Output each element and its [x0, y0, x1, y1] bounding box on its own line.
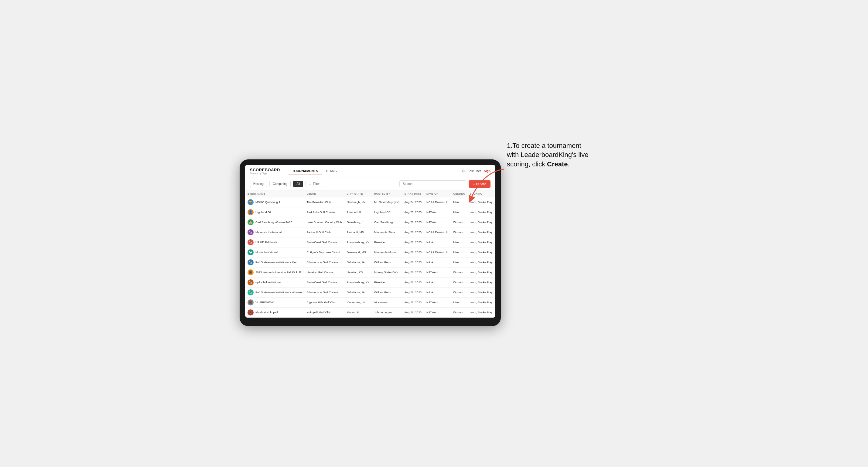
venue-cell: Ruttger's Bay Lake Resort — [304, 247, 344, 257]
actions-cell: ✏ Edit — [495, 277, 495, 287]
scoring-cell: team, Stroke Play — [467, 277, 495, 287]
filter-button[interactable]: ☰ Filter — [306, 181, 323, 187]
event-icon: 🐄 — [248, 239, 254, 245]
hosted-by-cell: Minnesota State — [372, 227, 402, 237]
city-state-cell: Prestonsburg, KY — [344, 237, 372, 247]
venue-cell: Park Hills Golf Course — [304, 207, 344, 217]
col-city-state: CITY, STATE — [344, 190, 372, 197]
event-name: 2023 Women's Hesston Fall Kickoff — [255, 271, 301, 274]
scoring-cell: team, Stroke Play — [467, 257, 495, 267]
actions-cell: ✏ Edit — [495, 287, 495, 297]
search-input[interactable] — [399, 180, 466, 187]
city-state-cell: Galesburg, IL — [344, 217, 372, 227]
table-row: 🦁 MSMC Qualifying 1 The Powelton Club Ne… — [245, 197, 495, 207]
gender-cell: Men — [451, 207, 467, 217]
division-cell: NJCAA I — [424, 207, 451, 217]
table-row: 🐻 Klash at Kokopelli Kokopelli Golf Club… — [245, 307, 495, 317]
event-name: UPIKE Fall Invite — [255, 241, 277, 244]
event-name: upike fall invitational — [255, 281, 281, 284]
annotation-bold: Create — [547, 160, 568, 168]
gender-cell: Men — [451, 297, 467, 307]
tablet-frame: SCOREBOARD Powered by Clippr TOURNAMENTS… — [240, 159, 501, 326]
filter-icon: ☰ — [309, 182, 312, 186]
event-name-cell: 🐿 Morris Invitational — [245, 247, 304, 257]
filter-label: Filter — [313, 182, 319, 186]
table-row: 🐿 Morris Invitational Ruttger's Bay Lake… — [245, 247, 495, 257]
actions-cell: ✏ Edit — [495, 237, 495, 247]
event-name: Highland 36 — [255, 211, 271, 214]
venue-cell: StoneCrest Golf Course — [304, 277, 344, 287]
division-cell: NCAA Division III — [424, 247, 451, 257]
tablet-screen: SCOREBOARD Powered by Clippr TOURNAMENTS… — [245, 165, 495, 318]
event-name-cell: 🐻 2023 Women's Hesston Fall Kickoff — [245, 267, 304, 277]
venue-cell: Hesston Golf Course — [304, 267, 344, 277]
gender-cell: Women — [451, 267, 467, 277]
event-name: Fall Statesmen Invitational - Men — [255, 260, 297, 264]
hosted-by-cell: Pikeville — [372, 277, 402, 287]
start-date-cell: Aug 28, 2023 — [402, 307, 424, 317]
col-event-name: EVENT NAME — [245, 190, 304, 197]
competing-button[interactable]: Competing — [269, 181, 291, 187]
event-name-cell: 🐄 upike fall invitational — [245, 277, 304, 287]
table-row: 🐻 VU PREVIEW Cypress Hills Golf Club Vin… — [245, 297, 495, 307]
gender-cell: Men — [451, 257, 467, 267]
actions-cell: ✏ Edit — [495, 267, 495, 277]
hosted-by-cell: Murray State (OK) — [372, 267, 402, 277]
gender-cell: Men — [451, 237, 467, 247]
col-hosted-by: HOSTED BY — [372, 190, 402, 197]
hosting-button[interactable]: Hosting — [250, 181, 267, 187]
logo-title: SCOREBOARD — [250, 168, 280, 172]
event-icon: 🐄 — [248, 279, 254, 285]
arrow-graphic — [464, 166, 513, 206]
gender-cell: Women — [451, 217, 467, 227]
app-header: SCOREBOARD Powered by Clippr TOURNAMENTS… — [245, 165, 495, 178]
event-name-cell: 🏫 Carl Sandburg Women FA23 — [245, 217, 304, 227]
hosted-by-cell: Carl Sandburg — [372, 217, 402, 227]
nav-tab-teams[interactable]: TEAMS — [322, 167, 340, 175]
table-row: 🏫 Carl Sandburg Women FA23 Lake Bracken … — [245, 217, 495, 227]
annotation-text: 1.To create a tournament with Leaderboar… — [507, 141, 592, 169]
actions-cell: ✏ Edit — [495, 307, 495, 317]
table-row: 🐄 UPIKE Fall Invite StoneCrest Golf Cour… — [245, 237, 495, 247]
event-name: Morris Invitational — [255, 250, 278, 254]
actions-cell: ✏ Edit — [495, 207, 495, 217]
start-date-cell: Aug 28, 2023 — [402, 267, 424, 277]
city-state-cell: Oskaloosa, IA — [344, 257, 372, 267]
scoring-cell: team, Stroke Play — [467, 217, 495, 227]
start-date-cell: Aug 26, 2023 — [402, 217, 424, 227]
city-state-cell: Oskaloosa, IA — [344, 287, 372, 297]
hosted-by-cell: Vincennes — [372, 297, 402, 307]
all-button[interactable]: All — [293, 181, 303, 187]
start-date-cell: Aug 28, 2023 — [402, 257, 424, 267]
logo-area: SCOREBOARD Powered by Clippr — [250, 168, 280, 175]
table-row: 🐄 Maverick Invitational Faribault Golf C… — [245, 227, 495, 237]
venue-cell: Edmundson Golf Course — [304, 257, 344, 267]
city-state-cell: Hesston, KS — [344, 267, 372, 277]
event-icon: 🐄 — [248, 229, 254, 235]
actions-cell: ✏ Edit — [495, 257, 495, 267]
division-cell: NAIA — [424, 237, 451, 247]
event-name-cell: 👤 Highland 36 — [245, 207, 304, 217]
nav-tab-tournaments[interactable]: TOURNAMENTS — [288, 167, 322, 175]
nav-tabs: TOURNAMENTS TEAMS — [288, 167, 340, 175]
event-name: Carl Sandburg Women FA23 — [255, 220, 292, 224]
gender-cell: Women — [451, 307, 467, 317]
scoring-cell: team, Stroke Play — [467, 207, 495, 217]
division-cell: NCAA Division III — [424, 197, 451, 207]
event-icon: 🐻 — [248, 269, 254, 275]
division-cell: NJCAA II — [424, 297, 451, 307]
gender-cell: Women — [451, 277, 467, 287]
col-venue: VENUE — [304, 190, 344, 197]
start-date-cell: Aug 28, 2023 — [402, 247, 424, 257]
scoring-cell: team, Stroke Play — [467, 247, 495, 257]
scoring-cell: team, Stroke Play — [467, 287, 495, 297]
start-date-cell: Aug 28, 2023 — [402, 227, 424, 237]
event-icon: 🦁 — [248, 199, 254, 205]
event-name-cell: 🐄 Maverick Invitational — [245, 227, 304, 237]
start-date-cell: Aug 24, 2023 — [402, 197, 424, 207]
division-cell: NAIA — [424, 277, 451, 287]
start-date-cell: Aug 28, 2023 — [402, 277, 424, 287]
logo-subtitle: Powered by Clippr — [250, 172, 280, 175]
city-state-cell: Faribault, MN — [344, 227, 372, 237]
city-state-cell: Newburgh, NY — [344, 197, 372, 207]
